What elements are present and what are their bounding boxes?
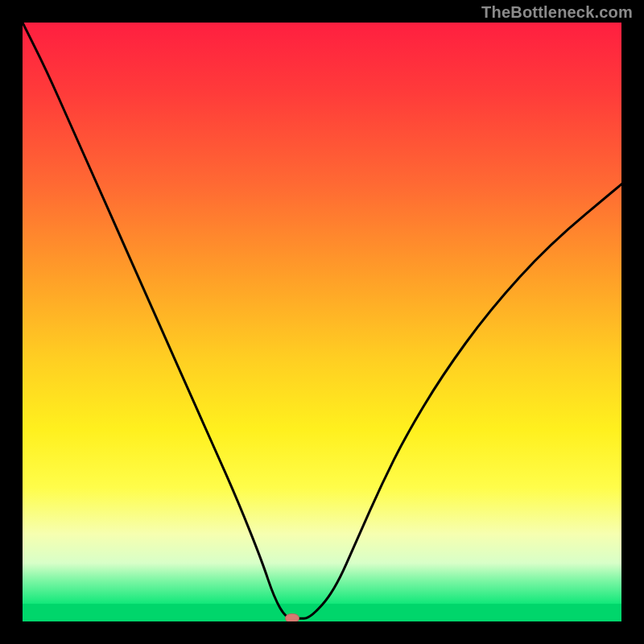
chart-frame: TheBottleneck.com xyxy=(0,0,644,644)
optimum-marker xyxy=(285,613,299,621)
bottleneck-curve-path xyxy=(23,23,621,618)
plot-area xyxy=(23,23,621,621)
watermark-text: TheBottleneck.com xyxy=(481,3,633,22)
curve-svg xyxy=(23,23,621,621)
